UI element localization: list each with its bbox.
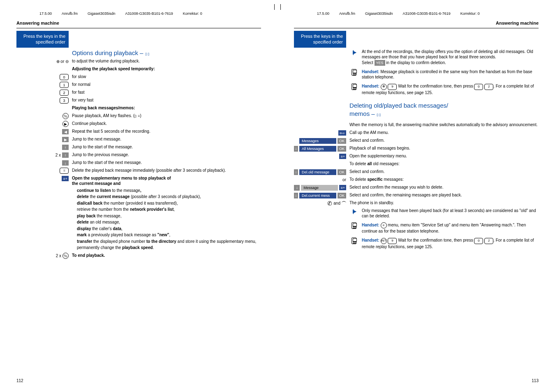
down-arrow-key: ↓ bbox=[294, 193, 298, 198]
hdr-partno: A31008-G3035-B101-6-7619 bbox=[125, 12, 173, 16]
hdr-product: Gigaset3035isdn bbox=[88, 12, 116, 16]
text: for very fast bbox=[72, 97, 261, 103]
text: Select and confirm, the remaining messag… bbox=[349, 192, 539, 198]
menu-key: ≡+ bbox=[62, 176, 69, 181]
note-arrow-icon: |||▶ bbox=[353, 49, 355, 55]
list-item: continue to listen to the message, bbox=[77, 188, 261, 194]
text: Open the supplementary menu. bbox=[349, 153, 539, 159]
text: Jump to the next message. bbox=[72, 136, 261, 142]
option-list: continue to listen to the message, delet… bbox=[72, 188, 261, 251]
running-header: 17.5.00 Anrufb.fm Gigaset3035isdn A31008… bbox=[16, 12, 261, 16]
note-text: At the end of the recordings, the displa… bbox=[362, 49, 539, 66]
text: Open the supplementary menu to stop play… bbox=[72, 175, 261, 187]
subheading: Adjusting the playback speed temporarily… bbox=[72, 67, 155, 71]
softkey-down: ↓ bbox=[62, 160, 69, 166]
text: To delete all old messages: bbox=[349, 161, 539, 167]
list-item: delete the current message (possible aft… bbox=[77, 194, 261, 200]
softkey-up: ↑ bbox=[62, 152, 69, 158]
and-label: and bbox=[333, 201, 340, 205]
ok-softkey: OK bbox=[338, 169, 346, 175]
text: To end playback. bbox=[72, 253, 105, 258]
page-number: 113 bbox=[532, 378, 539, 383]
instruction-line: Press the keys in the bbox=[20, 33, 65, 39]
list-item: permanently change the playback speed. bbox=[77, 245, 261, 251]
menu-item-del-current: Del.current mess bbox=[299, 193, 336, 198]
list-item: display the caller's data, bbox=[77, 226, 261, 232]
text: Jump to the previous message. bbox=[72, 152, 261, 158]
menu-item-message: Message bbox=[301, 185, 338, 191]
left-page: 17.5.00 Anrufb.fm Gigaset3035isdn A31008… bbox=[0, 0, 278, 392]
instruction-line: specified order bbox=[297, 39, 343, 45]
hdr-file: Anrufb.fm bbox=[339, 12, 355, 16]
instruction-line: Press the keys in the bbox=[297, 33, 343, 39]
softkey-left: ◀ bbox=[62, 129, 69, 134]
note: |||▶ At the end of the recordings, the d… bbox=[349, 49, 539, 66]
text: Pause playback, AM key flashes. (▯: ≡) bbox=[72, 113, 261, 119]
ok-softkey: OK bbox=[338, 138, 346, 144]
delete-key: ⌗ bbox=[60, 168, 69, 174]
cradle-glyph: ⏜ bbox=[342, 201, 346, 206]
heading-deleting: Deleting old/played back messages/memos … bbox=[349, 101, 539, 118]
note-text: Handset: INT 9 Wait for the confirmation… bbox=[362, 238, 539, 249]
horizontal-rule bbox=[16, 28, 261, 28]
list-item: retrieve the number from the network pro… bbox=[77, 207, 261, 212]
menu-item-del-old: Del.old message bbox=[299, 169, 336, 175]
hdr-product: Gigaset3035isdn bbox=[365, 12, 393, 16]
yes-softkey: YES bbox=[375, 60, 385, 66]
text: Playback of all messages begins. bbox=[349, 145, 539, 151]
text: Repeat the last 5 seconds of the recordi… bbox=[72, 129, 261, 134]
text: Select and confirm. bbox=[349, 138, 539, 143]
hdr-date: 17.5.00 bbox=[317, 12, 329, 16]
key-0: 0 bbox=[60, 74, 69, 80]
note-text: Only messages that have been played back… bbox=[362, 208, 539, 219]
hdr-korrektur: Korrektur: 0 bbox=[183, 12, 202, 16]
note-arrow-icon: |||▶ bbox=[353, 208, 355, 214]
down-arrow-key: ↓ bbox=[294, 146, 298, 152]
list-item: mark a previously played back message as… bbox=[77, 232, 261, 238]
plus-minus-keys: ⊕ or ⊖ bbox=[56, 59, 69, 64]
handset-note: Handset: Message playback is controlled … bbox=[349, 69, 539, 80]
or-label: or bbox=[342, 178, 346, 182]
note-text: Handset: ≡ menu, menu item "Service Set … bbox=[362, 222, 539, 234]
text: The phone is in standby. bbox=[349, 200, 539, 206]
instruction-box: Press the keys in the specified order bbox=[294, 31, 346, 48]
down-arrow-key: ↓ bbox=[294, 185, 300, 191]
key-3: 3 bbox=[60, 97, 69, 104]
menu-item-all-messages: All Messages bbox=[299, 146, 336, 152]
hdr-korrektur: Korrektur: 0 bbox=[460, 12, 480, 16]
subheading: Playing back messages/memos: bbox=[72, 106, 135, 110]
text: for fast bbox=[72, 90, 261, 95]
note-text: Handset: Message playback is controlled … bbox=[362, 69, 539, 80]
softkey-up: ↑ bbox=[62, 145, 69, 150]
heading-options-playback: Options during playback – ▯ ▯ bbox=[72, 49, 149, 56]
section-title: Answering machine bbox=[294, 21, 539, 25]
hdr-date: 17.5.00 bbox=[39, 12, 52, 16]
menu-item-messages: Messages bbox=[299, 138, 336, 144]
list-item: delete an old message, bbox=[77, 219, 261, 225]
page-number: 112 bbox=[16, 378, 23, 383]
key-1: 1 bbox=[60, 82, 69, 88]
hdr-partno: A31008-G3035-B101-6-7619 bbox=[403, 12, 451, 16]
text: When the memory is full, the answering m… bbox=[349, 122, 539, 128]
handset-glyph: ✆ bbox=[327, 200, 332, 207]
softkey-right: ▶ bbox=[62, 137, 69, 142]
horizontal-rule bbox=[294, 28, 539, 28]
note: |||▶ Only messages that have been played… bbox=[349, 208, 539, 219]
two-x-label: 2 x bbox=[56, 153, 61, 157]
hdr-file: Anrufb.fm bbox=[62, 12, 78, 16]
text: for slow bbox=[72, 74, 261, 80]
instruction-line: specified order bbox=[20, 39, 65, 45]
crop-mark bbox=[274, 4, 275, 10]
list-item: play back the message, bbox=[77, 213, 261, 219]
menu-key: ≡+ bbox=[339, 154, 346, 159]
key-2: 2 bbox=[60, 90, 69, 96]
handset-icon bbox=[352, 222, 356, 229]
text: Continue playback. bbox=[72, 121, 261, 127]
menu-key: ≡⇨ bbox=[338, 130, 346, 136]
text: Call up the AM menu. bbox=[349, 130, 539, 136]
handset-icon bbox=[352, 83, 356, 90]
instruction-box: Press the keys in the specified order bbox=[16, 31, 69, 48]
handset-note: Handset: ≡ menu, menu item "Service Set … bbox=[349, 222, 539, 234]
text: Select and confirm the message you wish … bbox=[349, 184, 539, 190]
text: Jump to the start of the next message. bbox=[72, 160, 261, 166]
